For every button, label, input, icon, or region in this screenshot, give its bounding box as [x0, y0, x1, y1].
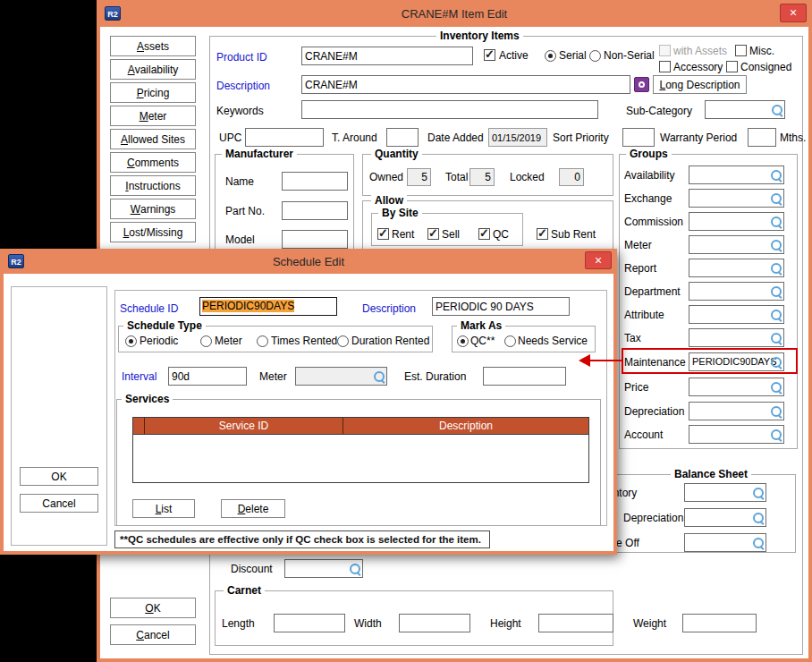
- length-input[interactable]: [274, 614, 345, 632]
- commission-group-lookup[interactable]: [689, 212, 784, 231]
- exchange-group-lookup[interactable]: [689, 189, 784, 208]
- model-input[interactable]: [282, 230, 348, 249]
- search-icon[interactable]: [770, 169, 782, 182]
- search-icon[interactable]: [752, 537, 765, 549]
- search-icon[interactable]: [771, 104, 783, 116]
- consigned-label: Consigned: [740, 61, 791, 73]
- est-duration-input[interactable]: [483, 367, 566, 386]
- warranty-period-input[interactable]: [748, 128, 776, 147]
- depreciation-group-lookup[interactable]: [689, 402, 784, 420]
- sidebar-button-meter[interactable]: Meter: [110, 106, 196, 126]
- discount-label: Discount: [231, 563, 273, 575]
- search-icon[interactable]: [770, 309, 782, 321]
- description-input[interactable]: [301, 75, 630, 94]
- delete-button[interactable]: Delete: [221, 499, 285, 518]
- search-icon[interactable]: [752, 487, 765, 499]
- attribute-group-lookup[interactable]: [689, 305, 784, 324]
- times-rented-label: Times Rented: [271, 335, 337, 347]
- meter-group-lookup[interactable]: [689, 235, 784, 254]
- description-detail-button[interactable]: [634, 77, 649, 92]
- price-group-lookup[interactable]: [689, 378, 784, 396]
- cancel-button[interactable]: Cancel: [110, 624, 196, 645]
- times-rented-radio[interactable]: [257, 335, 268, 347]
- search-icon[interactable]: [349, 563, 361, 575]
- width-input[interactable]: [399, 614, 470, 632]
- sell-checkbox[interactable]: [427, 228, 439, 240]
- search-icon[interactable]: [770, 192, 782, 205]
- active-checkbox[interactable]: [484, 49, 495, 61]
- search-icon[interactable]: [770, 429, 782, 441]
- sidebar-button-assets[interactable]: Assets: [110, 36, 196, 56]
- periodic-radio[interactable]: [125, 335, 137, 347]
- name-input[interactable]: [282, 172, 348, 191]
- sidebar-button-comments[interactable]: Comments: [110, 152, 196, 173]
- sidebar-button-lost-missing[interactable]: Lost/Missing: [110, 222, 196, 242]
- keywords-input[interactable]: [301, 100, 598, 119]
- report-group-label: Report: [624, 262, 656, 275]
- sub-category-lookup[interactable]: [705, 100, 785, 119]
- rent-checkbox[interactable]: [377, 228, 389, 240]
- misc-checkbox[interactable]: [735, 45, 747, 56]
- search-icon[interactable]: [752, 512, 765, 524]
- sidebar-button-warnings[interactable]: Warnings: [110, 199, 196, 219]
- availability-group-lookup[interactable]: [689, 166, 784, 184]
- height-input[interactable]: [538, 614, 613, 632]
- report-group-lookup[interactable]: [689, 259, 784, 277]
- schedule-description-input[interactable]: [432, 297, 570, 316]
- schedule-edit-window: R2 Schedule Edit × OK Cancel Schedule ID…: [0, 249, 617, 555]
- needs-service-label: Needs Service: [518, 335, 588, 347]
- non-serial-radio[interactable]: [589, 50, 601, 62]
- search-icon[interactable]: [770, 239, 782, 251]
- long-description-button[interactable]: Long Description: [653, 75, 747, 94]
- meter-lookup: [295, 367, 387, 386]
- upc-input[interactable]: [245, 128, 324, 147]
- interval-input[interactable]: [168, 367, 247, 386]
- serial-radio[interactable]: [545, 50, 556, 62]
- sub-rent-checkbox[interactable]: [537, 228, 548, 240]
- non-serial-label: Non-Serial: [604, 49, 655, 62]
- part-no-input[interactable]: [282, 201, 348, 220]
- needs-service-radio[interactable]: [504, 335, 516, 347]
- sidebar-button-pricing[interactable]: Pricing: [110, 82, 196, 103]
- search-icon[interactable]: [770, 262, 782, 275]
- account-group-lookup[interactable]: [689, 425, 784, 444]
- sort-priority-input[interactable]: [622, 128, 655, 147]
- weight-input[interactable]: [682, 614, 757, 632]
- meter-type-radio[interactable]: [200, 335, 212, 347]
- manufacturer-caption: Manufacturer: [222, 148, 297, 160]
- t-around-label: T. Around: [332, 132, 377, 144]
- qc-checkbox[interactable]: [478, 228, 490, 240]
- date-added-label: Date Added: [427, 132, 484, 144]
- accessory-checkbox[interactable]: [659, 61, 671, 72]
- schedule-id-input[interactable]: PERIODIC90DAYS: [199, 297, 337, 316]
- tax-group-lookup[interactable]: [689, 328, 784, 347]
- t-around-input[interactable]: [386, 128, 419, 147]
- close-icon[interactable]: ×: [585, 251, 612, 269]
- search-icon[interactable]: [770, 216, 782, 228]
- search-icon[interactable]: [770, 332, 782, 344]
- search-icon[interactable]: [770, 285, 782, 298]
- description-column-header: Description: [343, 418, 588, 434]
- department-group-lookup[interactable]: [689, 282, 784, 301]
- consigned-checkbox[interactable]: [726, 61, 738, 72]
- list-button[interactable]: List: [132, 499, 195, 518]
- ok-button[interactable]: OK: [110, 598, 196, 618]
- cancel-button[interactable]: Cancel: [20, 494, 98, 513]
- part-no-label: Part No.: [225, 205, 265, 217]
- qc-mark-radio[interactable]: [457, 335, 469, 347]
- product-id-input[interactable]: [301, 47, 473, 65]
- price-group-label: Price: [624, 381, 648, 394]
- inventory-account-lookup[interactable]: [684, 483, 766, 502]
- search-icon[interactable]: [770, 405, 782, 418]
- close-icon[interactable]: ×: [780, 4, 807, 22]
- sidebar-button-availability[interactable]: Availability: [110, 59, 196, 80]
- discount-lookup[interactable]: [284, 559, 363, 578]
- depreciation-account-lookup[interactable]: [684, 508, 766, 527]
- duration-rented-radio[interactable]: [337, 335, 349, 347]
- search-icon[interactable]: [770, 381, 782, 394]
- ok-button[interactable]: OK: [20, 467, 98, 486]
- write-off-account-lookup[interactable]: [684, 533, 766, 552]
- sidebar-button-instructions[interactable]: Instructions: [110, 175, 196, 196]
- inventory-items-caption: Inventory Items: [436, 30, 523, 42]
- sidebar-button-allowed-sites[interactable]: Allowed Sites: [110, 129, 196, 149]
